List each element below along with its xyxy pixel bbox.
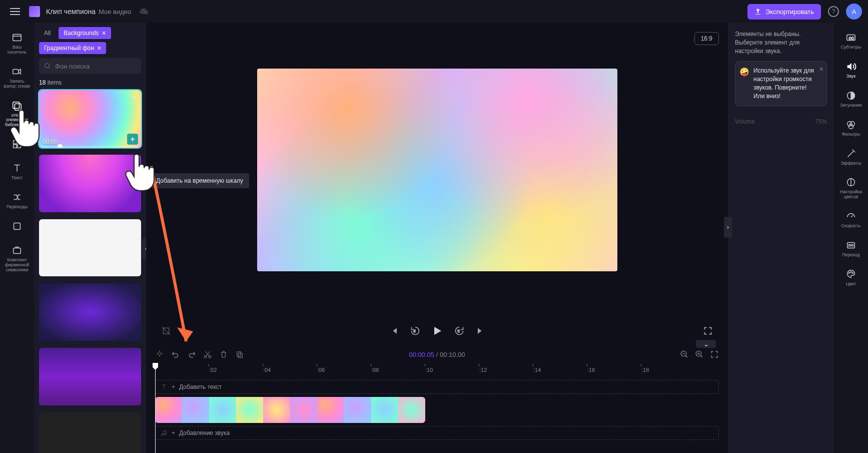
nav-color[interactable]: Цвет [836,264,866,292]
playhead[interactable] [155,364,156,453]
text-icon [161,383,168,390]
nav-library[interactable]: отека элементов библиотеки [2,95,32,133]
nav-your-media[interactable]: Ваш носитель [2,27,32,60]
tick: :04 [263,367,271,373]
tick: :06 [317,367,325,373]
undo-icon[interactable] [171,350,180,359]
collapse-handle-icon[interactable]: ‹ [142,238,146,259]
logo-icon [29,6,40,17]
thumbnail-gradient-5[interactable] [39,412,141,453]
close-icon[interactable]: × [97,45,101,52]
nav-fade[interactable]: Затухание [836,85,866,113]
svg-rect-6 [18,141,21,144]
top-bar: Клип чемпиона Мое видео Экспортировать ?… [0,0,868,23]
add-tooltip: Добавить на временную шкалу [150,173,249,188]
delete-icon[interactable] [219,350,228,359]
playback-controls: 5 5 [146,317,728,345]
svg-point-32 [848,272,849,273]
timeline-collapse-icon[interactable]: ⌄ [696,340,716,348]
center-area: 16:9 Добавить на временную шкалу 5 5 ⌄ 0… [146,23,728,453]
thumbnail-gradient-2[interactable] [39,155,141,212]
svg-rect-2 [13,69,19,74]
text-track-label: Добавить текст [179,383,222,390]
redo-icon[interactable] [187,350,196,359]
library-panel: All Backgrounds× Градиентный фон× 18 ite… [34,23,146,453]
svg-text:CC: CC [848,36,854,41]
svg-rect-4 [15,104,21,110]
thumbnail-gradient-1[interactable]: ⋯ 00:08 + [39,90,141,148]
chip-gradient[interactable]: Градиентный фон× [39,42,106,54]
help-icon[interactable]: ? [828,6,839,17]
close-tip-icon[interactable]: × [819,65,823,75]
video-preview[interactable] [257,69,617,271]
duplicate-icon[interactable] [235,350,244,359]
avatar[interactable]: A [846,4,862,20]
thumbnail-white[interactable] [39,219,141,277]
magic-icon[interactable] [155,350,164,359]
project-title: Клип чемпиона [46,8,96,16]
svg-point-30 [848,244,850,246]
rewind-icon[interactable]: 5 [410,326,420,336]
nav-brand-kit[interactable]: Комплект фирменной символики [2,240,32,278]
collapse-handle-icon[interactable]: › [724,217,732,238]
tick: :18 [641,367,649,373]
nav-speed[interactable]: Скорость [836,206,866,234]
chip-all[interactable]: All [39,27,56,39]
zoom-in-icon[interactable] [695,350,704,359]
left-nav: Ваш носитель Запись &amp; create отека э… [0,23,34,453]
nav-text[interactable]: Текст [2,158,32,186]
timeline[interactable]: :02 :04 :06 :08 :10 :12 :14 :16 :18 + До… [146,364,728,453]
forward-icon[interactable]: 5 [454,326,464,336]
timeline-ruler[interactable]: :02 :04 :06 :08 :10 :12 :14 :16 :18 [155,364,728,377]
export-label: Экспортировать [765,8,814,16]
skip-start-icon[interactable] [389,326,399,336]
cut-icon[interactable] [203,350,212,359]
search-input[interactable] [39,58,141,74]
nav-effects[interactable]: Эффекты [836,143,866,171]
svg-rect-1 [13,35,22,41]
nav-subtitles[interactable]: CCСубтитры [836,27,866,55]
fullscreen-icon[interactable] [703,326,713,336]
search-field[interactable] [55,63,136,70]
thumbnail-gradient-3[interactable] [39,283,141,341]
more-icon[interactable]: ⋯ [130,93,137,101]
nav-record-create[interactable]: Запись &amp; create [2,61,32,94]
thumbnail-gradient-4[interactable] [39,348,141,405]
close-icon[interactable]: × [102,30,106,37]
nav-transitions[interactable]: Переходы [2,187,32,215]
svg-rect-5 [14,141,17,144]
skip-end-icon[interactable] [475,326,485,336]
svg-text:5: 5 [413,329,415,333]
menu-hamburger-icon[interactable] [6,4,24,19]
nav-filters[interactable]: Фильтры [836,114,866,142]
nav-color-adjust[interactable]: Настройка цветов [836,172,866,205]
tick: :14 [533,367,541,373]
text-track[interactable]: + Добавить текст [155,380,719,394]
audio-track[interactable]: + Добавление звука [155,426,719,440]
svg-rect-9 [14,223,21,230]
aspect-ratio-button[interactable]: 16:9 [694,32,719,45]
tick: :12 [479,367,487,373]
video-clip[interactable] [155,397,425,423]
play-icon[interactable] [431,325,443,337]
search-icon [44,62,51,70]
svg-point-26 [850,121,854,126]
nav-templates[interactable] [2,134,32,157]
zoom-fit-icon[interactable] [710,350,719,359]
nav-sound[interactable]: Звук [836,56,866,84]
svg-rect-3 [13,102,20,108]
panel-info-text: Элементы не выбраны. Выберите элемент дл… [735,30,827,55]
export-button[interactable]: Экспортировать [747,4,821,20]
svg-point-34 [852,272,853,273]
chip-backgrounds[interactable]: Backgrounds× [59,27,111,39]
audio-track-label: Добавление звука [179,429,230,436]
tick: :02 [209,367,217,373]
video-track[interactable] [155,397,719,423]
add-to-timeline-button[interactable]: + [127,134,138,145]
zoom-out-icon[interactable] [680,350,689,359]
crop-icon[interactable] [161,326,171,336]
nav-transition[interactable]: Переход [836,235,866,263]
svg-rect-7 [14,145,17,148]
volume-value: 75% [815,118,827,125]
nav-item-blank[interactable] [2,216,32,239]
